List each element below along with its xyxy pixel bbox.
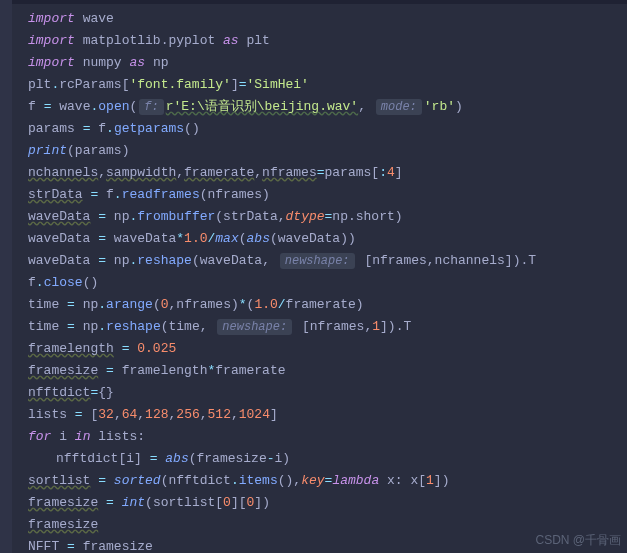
fn: frombuffer (137, 209, 215, 224)
code-line[interactable]: plt.rcParams['font.family']='SimHei' (28, 74, 627, 96)
kwarg: key (301, 473, 324, 488)
code-line[interactable]: framelength = 0.025 (28, 338, 627, 360)
builtin-abs: abs (247, 231, 270, 246)
code-line[interactable]: waveData = np.reshape(waveData, newshape… (28, 250, 627, 272)
code-line[interactable]: framesize = framelength*framerate (28, 360, 627, 382)
identifier: framerate (215, 363, 285, 378)
number: 512 (208, 407, 231, 422)
alias: plt (246, 33, 269, 48)
code-line[interactable]: params = f.getparams() (28, 118, 627, 140)
code-line[interactable]: import numpy as np (28, 52, 627, 74)
identifier: nchannels (435, 253, 505, 268)
keyword-for: for (28, 429, 51, 444)
number: 1.0 (184, 231, 207, 246)
identifier: i (126, 451, 134, 466)
identifier: f (98, 121, 106, 136)
number: 0 (223, 495, 231, 510)
code-line[interactable]: time = np.arange(0,nframes)*(1.0/framera… (28, 294, 627, 316)
identifier: nfftdict (168, 473, 230, 488)
attr: rcParams (59, 77, 121, 92)
code-line[interactable]: waveData = waveData*1.0/max(abs(waveData… (28, 228, 627, 250)
number: 1.0 (254, 297, 277, 312)
identifier: framelength (28, 341, 114, 356)
code-line[interactable]: for i in lists: (28, 426, 627, 448)
kwarg: dtype (286, 209, 325, 224)
identifier: params (75, 143, 122, 158)
code-line[interactable]: framesize = int(sortlist[0][0]) (28, 492, 627, 514)
keyword-lambda: lambda (332, 473, 379, 488)
code-line[interactable]: sortlist = sorted(nfftdict.items(),key=l… (28, 470, 627, 492)
module-name: wave (83, 11, 114, 26)
fn: readframes (122, 187, 200, 202)
identifier: sampwidth (106, 165, 176, 180)
number: 64 (122, 407, 138, 422)
number: 1 (372, 319, 380, 334)
code-line[interactable]: f = wave.open(f:r'E:\语音识别\beijing.wav', … (28, 96, 627, 118)
code-line[interactable]: import wave (28, 8, 627, 30)
keyword-import: import (28, 55, 75, 70)
code-editor[interactable]: import wave import matplotlib.pyplot as … (0, 0, 627, 553)
identifier: waveData (200, 253, 262, 268)
fn: arange (106, 297, 153, 312)
identifier: waveData (28, 231, 90, 246)
module-name: matplotlib.pyplot (83, 33, 216, 48)
identifier: framesize (83, 539, 153, 553)
code-line[interactable]: print(params) (28, 140, 627, 162)
fn: reshape (106, 319, 161, 334)
code-line[interactable]: import matplotlib.pyplot as plt (28, 30, 627, 52)
identifier: nframes (262, 165, 317, 180)
identifier: waveData (28, 209, 90, 224)
identifier: framesize (197, 451, 267, 466)
fn: close (44, 275, 83, 290)
identifier: framerate (286, 297, 356, 312)
code-line[interactable]: f.close() (28, 272, 627, 294)
number: 1 (426, 473, 434, 488)
inlay-hint: newshape: (280, 253, 355, 269)
identifier: waveData (28, 253, 90, 268)
identifier: waveData (114, 231, 176, 246)
identifier: waveData (278, 231, 340, 246)
identifier: framesize (28, 495, 98, 510)
identifier: framesize (28, 363, 98, 378)
code-line[interactable]: waveData = np.frombuffer(strData,dtype=n… (28, 206, 627, 228)
identifier: nframes (310, 319, 365, 334)
attr: .T (520, 253, 536, 268)
identifier: framerate (184, 165, 254, 180)
identifier: params (28, 121, 75, 136)
string: 'rb' (424, 99, 455, 114)
inlay-hint: mode: (376, 99, 422, 115)
watermark: CSDN @千骨画 (535, 532, 621, 549)
identifier: params (325, 165, 372, 180)
code-line[interactable]: nfftdict={} (28, 382, 627, 404)
string: 'SimHei' (247, 77, 309, 92)
attr: .T (396, 319, 412, 334)
identifier: np (114, 209, 130, 224)
identifier: wave (59, 99, 90, 114)
code-line[interactable]: time = np.reshape(time, newshape: [nfram… (28, 316, 627, 338)
number: 4 (387, 165, 395, 180)
identifier: time (28, 297, 59, 312)
code-line[interactable]: nfftdict[i] = abs(framesize-i) (28, 448, 627, 470)
fn: reshape (137, 253, 192, 268)
fn: items (239, 473, 278, 488)
code-line[interactable]: nchannels,sampwidth,framerate,nframes=pa… (28, 162, 627, 184)
identifier: x (387, 473, 395, 488)
code-line[interactable]: strData = f.readframes(nframes) (28, 184, 627, 206)
fn: getparams (114, 121, 184, 136)
number: 32 (98, 407, 114, 422)
identifier: plt (28, 77, 51, 92)
keyword-as: as (129, 55, 145, 70)
slice: : (379, 165, 387, 180)
identifier: nframes (372, 253, 427, 268)
identifier: strData (223, 209, 278, 224)
builtin-abs: abs (165, 451, 188, 466)
identifier: nchannels (28, 165, 98, 180)
identifier: lists (98, 429, 137, 444)
string: 'font.family' (129, 77, 230, 92)
identifier: nfftdict (56, 451, 118, 466)
code-line[interactable]: lists = [32,64,128,256,512,1024] (28, 404, 627, 426)
identifier: sortlist (28, 473, 90, 488)
identifier: i (59, 429, 67, 444)
builtin-max: max (215, 231, 238, 246)
inlay-hint: newshape: (217, 319, 292, 335)
